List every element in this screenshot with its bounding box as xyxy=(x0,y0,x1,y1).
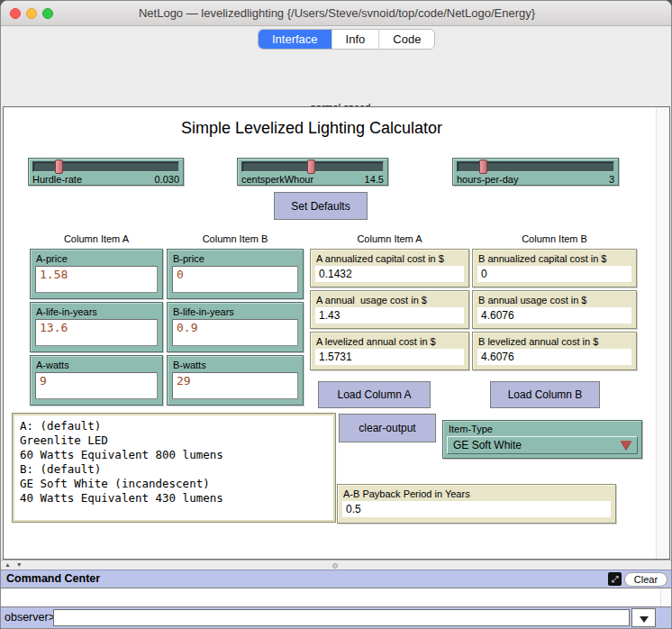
slider-name: centsperkWhour xyxy=(241,174,313,185)
close-window-icon[interactable] xyxy=(10,8,21,19)
command-center-splitter[interactable]: ▲ ▼ xyxy=(1,560,672,570)
output-line: GE Soft White (incandescent) xyxy=(20,477,328,491)
input-field[interactable]: 13.6 xyxy=(35,319,158,346)
slider-centsperkwhour[interactable]: centsperkWhour 14.5 xyxy=(237,158,388,186)
window-title: NetLogo — levelizedlighting {/Users/Stev… xyxy=(64,1,610,26)
clear-button[interactable]: Clear xyxy=(624,572,667,587)
chooser-label: Item-Type xyxy=(443,421,641,436)
output-area: A: (default) Greenlite LED 60 Watts Equi… xyxy=(12,413,336,523)
monitor-b-annualized-capital: B annualized capital cost in $ 0 xyxy=(472,249,637,287)
input-label: A-life-in-years xyxy=(31,303,162,319)
chooser-arrow-icon xyxy=(621,441,631,450)
monitor-value: 0 xyxy=(477,266,631,282)
command-output-scrollbar[interactable] xyxy=(660,588,671,606)
monitor-value: 4.6076 xyxy=(477,307,631,324)
slider-name: hours-per-day xyxy=(457,174,518,185)
command-center-header: Command Center ⤢ Clear xyxy=(1,570,672,588)
input-b-life-in-years: B-life-in-years 0.9 xyxy=(167,302,304,352)
monitor-value: 0.5 xyxy=(342,501,611,517)
command-center-title: Command Center xyxy=(6,572,100,585)
main-vertical-scrollbar[interactable] xyxy=(656,107,669,559)
command-input[interactable] xyxy=(53,609,630,626)
input-field[interactable]: 9 xyxy=(35,372,158,399)
monitor-value: 1.43 xyxy=(315,307,464,324)
load-column-a-button[interactable]: Load Column A xyxy=(318,381,431,408)
chooser-dropdown[interactable]: GE Soft White xyxy=(447,436,638,454)
monitor-label: A annualized capital cost in $ xyxy=(311,250,468,265)
slider-hurdle-rate[interactable]: Hurdle-rate 0.030 xyxy=(28,158,184,186)
command-history-button[interactable] xyxy=(631,608,656,627)
monitor-column-a-header: Column Item A xyxy=(310,233,469,244)
monitor-column-b-header: Column Item B xyxy=(472,233,637,244)
input-label: B-watts xyxy=(168,356,303,372)
slider-handle[interactable] xyxy=(307,160,315,174)
page-title: Simple Levelized Lighting Calculator xyxy=(1,119,622,138)
input-label: B-price xyxy=(168,250,303,266)
slider-track xyxy=(457,161,614,172)
input-field[interactable]: 29 xyxy=(172,372,298,399)
monitor-label: A-B Payback Period in Years xyxy=(338,485,615,500)
title-bar: NetLogo — levelizedlighting {/Users/Stev… xyxy=(1,1,672,26)
monitor-label: B levelized annual cost in $ xyxy=(473,333,636,348)
slider-value: 3 xyxy=(609,174,614,185)
input-label: A-watts xyxy=(31,356,162,372)
output-line: 40 Watts Equivalent 430 lumens xyxy=(20,491,328,506)
monitor-value: 4.6076 xyxy=(477,349,631,365)
slider-name: Hurdle-rate xyxy=(32,174,82,185)
output-line: A: (default) xyxy=(20,419,328,433)
slider-hours-per-day[interactable]: hours-per-day 3 xyxy=(452,158,619,186)
command-prompt-row: observer> xyxy=(1,607,672,628)
splitter-collapse-icons[interactable]: ▲ ▼ xyxy=(5,561,24,568)
slider-track xyxy=(241,161,384,172)
tab-bar: Interface Info Code xyxy=(258,29,435,50)
input-field[interactable]: 0.9 xyxy=(172,319,298,346)
monitor-a-levelized-annual: A levelized annual cost in $ 1.5731 xyxy=(310,332,469,370)
monitor-b-levelized-annual: B levelized annual cost in $ 4.6076 xyxy=(472,332,637,370)
monitor-payback-period: A-B Payback Period in Years 0.5 xyxy=(337,484,616,524)
monitor-a-annualized-capital: A annualized capital cost in $ 0.1432 xyxy=(310,249,469,287)
slider-handle[interactable] xyxy=(55,160,63,174)
set-defaults-button[interactable]: Set Defaults xyxy=(274,192,368,220)
slider-track xyxy=(32,161,179,172)
toolbar: ✎ Edit Delete + Add abc Button ▼ normal … xyxy=(1,50,672,106)
monitor-value: 0.1432 xyxy=(315,266,464,282)
monitor-a-annual-usage: A annual usage cost in $ 1.43 xyxy=(310,290,469,329)
slider-value: 0.030 xyxy=(154,174,179,185)
item-type-chooser[interactable]: Item-Type GE Soft White xyxy=(442,420,642,459)
input-b-price: B-price 0 xyxy=(167,249,304,299)
slider-value: 14.5 xyxy=(365,174,384,185)
load-column-b-button[interactable]: Load Column B xyxy=(490,381,600,408)
monitor-value: 1.5731 xyxy=(315,349,464,365)
output-line: 60 Watts Equivalent 800 lumens xyxy=(20,448,328,462)
tab-code[interactable]: Code xyxy=(379,30,434,49)
monitor-b-annual-usage: B annual usage cost in $ 4.6076 xyxy=(472,290,637,329)
monitor-label: A levelized annual cost in $ xyxy=(311,333,468,348)
tab-interface[interactable]: Interface xyxy=(259,30,332,49)
zoom-window-icon[interactable] xyxy=(42,8,53,19)
slider-handle[interactable] xyxy=(479,160,487,174)
expand-icon[interactable]: ⤢ xyxy=(608,572,622,586)
splitter-grip-icon xyxy=(332,563,338,569)
input-a-life-in-years: A-life-in-years 13.6 xyxy=(30,302,163,352)
input-column-a-header: Column Item A xyxy=(30,233,163,244)
input-column-b-header: Column Item B xyxy=(167,233,304,244)
input-a-watts: A-watts 9 xyxy=(30,355,163,406)
input-b-watts: B-watts 29 xyxy=(167,355,304,406)
monitor-label: B annual usage cost in $ xyxy=(473,291,636,306)
monitor-label: B annualized capital cost in $ xyxy=(473,250,636,265)
clear-output-button[interactable]: clear-output xyxy=(339,414,436,442)
output-line: Greenlite LED xyxy=(20,433,328,448)
input-field[interactable]: 0 xyxy=(172,266,298,293)
chooser-value: GE Soft White xyxy=(453,439,522,451)
tab-info[interactable]: Info xyxy=(332,30,380,49)
input-a-price: A-price 1.58 xyxy=(30,249,163,299)
minimize-window-icon[interactable] xyxy=(26,8,37,19)
input-field[interactable]: 1.58 xyxy=(35,266,158,293)
netlogo-window: NetLogo — levelizedlighting {/Users/Stev… xyxy=(0,0,672,629)
command-center-output xyxy=(1,588,672,607)
input-label: B-life-in-years xyxy=(168,303,303,319)
input-label: A-price xyxy=(31,250,162,266)
output-line: B: (default) xyxy=(20,462,328,477)
chevron-down-icon xyxy=(640,616,649,623)
observer-prompt-label: observer> xyxy=(5,611,55,624)
